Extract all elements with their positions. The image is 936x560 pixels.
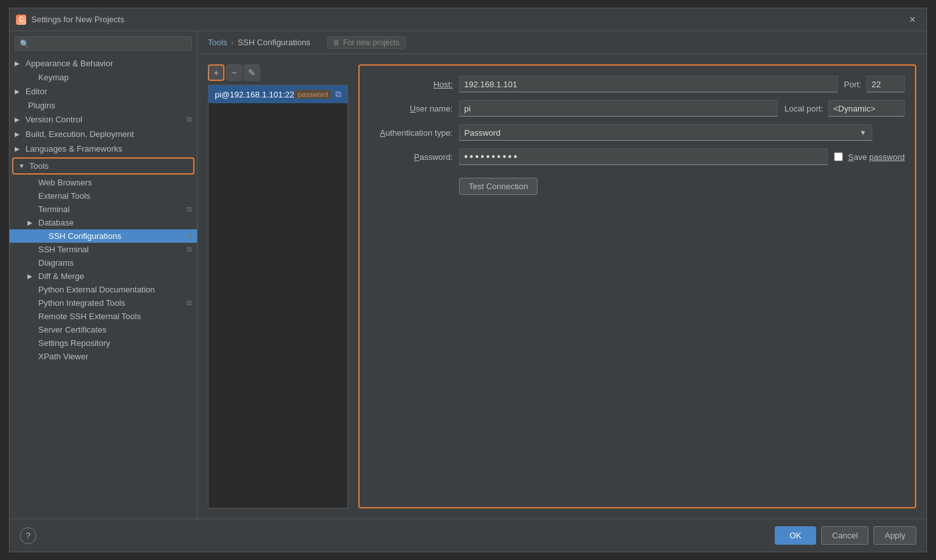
settings-dialog: C Settings for New Projects × 🔍 ▶ Appear… [9, 8, 927, 552]
auth-type-label: Authentication type: [370, 128, 453, 138]
sidebar-item-settings-repo[interactable]: Settings Repository [10, 336, 197, 350]
copy-icon: ⧉ [335, 89, 341, 99]
new-project-badge: 🗎 For new projects [327, 36, 406, 49]
sidebar-item-diff-merge[interactable]: ▶ Diff & Merge [10, 269, 197, 283]
sidebar-item-ssh-configurations[interactable]: SSH Configurations ⧉ [10, 229, 197, 243]
sidebar-item-build[interactable]: ▶ Build, Execution, Deployment [10, 127, 197, 141]
arrow-icon [27, 192, 35, 199]
sidebar-item-web-browsers[interactable]: Web Browsers [10, 176, 197, 189]
nav-tree: ▶ Appearance & Behavior Keymap ▶ Editor … [10, 56, 197, 519]
arrow-icon: ▼ [18, 162, 26, 169]
host-row: Host: Port: [370, 76, 905, 92]
host-input-wrap [459, 76, 838, 92]
password-label: Password: [370, 152, 453, 162]
sidebar-item-external-tools[interactable]: External Tools [10, 189, 197, 203]
sidebar-item-server-certs[interactable]: Server Certificates [10, 323, 197, 336]
sidebar-item-version-control[interactable]: ▶ Version Control ⧉ [10, 112, 197, 127]
arrow-icon [27, 179, 35, 186]
sidebar-item-plugins[interactable]: Plugins [10, 99, 197, 112]
copy-icon: ⧉ [187, 245, 192, 254]
sidebar-item-tools[interactable]: ▼ Tools [13, 159, 193, 173]
sidebar-item-database[interactable]: ▶ Database [10, 216, 197, 229]
ssh-list-item[interactable]: pi@192.168.1.101:22 password ⧉ [208, 85, 347, 103]
sidebar-item-appearance[interactable]: ▶ Appearance & Behavior [10, 56, 197, 71]
bottom-actions: OK Cancel Apply [775, 526, 916, 545]
sidebar-item-remote-ssh[interactable]: Remote SSH External Tools [10, 310, 197, 323]
cancel-button[interactable]: Cancel [821, 526, 868, 545]
arrow-icon: ▶ [15, 60, 22, 67]
local-port-group: Local port: [784, 100, 905, 117]
arrow-icon: ▶ [15, 88, 22, 95]
search-box[interactable]: 🔍 [15, 36, 192, 51]
sidebar: 🔍 ▶ Appearance & Behavior Keymap ▶ Edito… [10, 31, 198, 519]
username-row: User name: Local port: [370, 100, 905, 117]
remove-ssh-button[interactable]: − [226, 64, 242, 81]
arrow-icon [27, 299, 35, 306]
ok-button[interactable]: OK [775, 526, 816, 545]
sidebar-item-label: Version Control [26, 115, 82, 124]
password-input[interactable] [459, 148, 828, 165]
save-password-row: Save password [834, 152, 905, 162]
copy-icon: ⧉ [187, 299, 192, 307]
host-label: Host: [370, 80, 453, 89]
add-ssh-button[interactable]: + [208, 64, 224, 81]
sidebar-item-label: Plugins [28, 101, 55, 110]
help-button[interactable]: ? [20, 528, 36, 544]
ssh-item-name: pi@192.168.1.101:22 [215, 90, 295, 99]
arrow-icon [27, 353, 35, 360]
sidebar-item-editor[interactable]: ▶ Editor [10, 84, 197, 99]
bottom-bar: ? OK Cancel Apply [10, 519, 926, 552]
arrow-icon [38, 233, 45, 240]
port-group: Port: [844, 76, 905, 92]
sidebar-item-label: SSH Configurations [48, 231, 121, 241]
save-password-checkbox[interactable] [834, 152, 843, 161]
badge-text: For new projects [343, 38, 400, 47]
password-input-wrap [459, 148, 828, 165]
sidebar-item-xpath-viewer[interactable]: XPath Viewer [10, 350, 197, 363]
sidebar-item-python-ext-doc[interactable]: Python External Documentation [10, 283, 197, 296]
sidebar-item-diagrams[interactable]: Diagrams [10, 256, 197, 269]
password-input-row: Save password [459, 148, 905, 165]
ssh-details-form: Host: Port: [358, 64, 916, 508]
test-connection-button[interactable]: Test Connection [459, 178, 537, 195]
search-input[interactable] [33, 39, 187, 48]
breadcrumb-parent[interactable]: Tools [208, 38, 227, 47]
dialog-title: Settings for New Projects [31, 15, 905, 24]
main-content: 🔍 ▶ Appearance & Behavior Keymap ▶ Edito… [10, 31, 926, 519]
arrow-icon [27, 259, 35, 266]
username-input[interactable] [459, 100, 778, 117]
local-port-label: Local port: [784, 104, 823, 113]
save-password-label: Save password [848, 152, 905, 162]
tools-section: ▼ Tools [12, 157, 194, 175]
auth-select-wrap: Password ▼ [459, 124, 867, 141]
sidebar-item-label: Python External Documentation [38, 285, 155, 294]
sidebar-item-label: Terminal [38, 205, 69, 214]
sidebar-item-label: Diagrams [38, 258, 74, 268]
auth-type-select[interactable]: Password [459, 124, 872, 141]
local-port-input[interactable] [828, 100, 905, 117]
arrow-icon [17, 102, 25, 109]
copy-icon: ⧉ [187, 232, 192, 240]
arrow-icon [27, 286, 35, 293]
host-input[interactable] [459, 76, 838, 92]
close-button[interactable]: × [905, 12, 920, 27]
arrow-icon: ▶ [27, 273, 35, 280]
sidebar-item-languages[interactable]: ▶ Languages & Frameworks [10, 141, 197, 156]
username-input-wrap [459, 100, 778, 117]
sidebar-item-label: Python Integrated Tools [38, 298, 125, 308]
sidebar-item-label: XPath Viewer [38, 352, 89, 361]
sidebar-item-label: Appearance & Behavior [26, 59, 113, 68]
sidebar-item-keymap[interactable]: Keymap [10, 71, 197, 84]
sidebar-item-label: Database [38, 218, 74, 227]
apply-button[interactable]: Apply [874, 526, 916, 545]
arrow-icon [27, 206, 35, 213]
sidebar-item-ssh-terminal[interactable]: SSH Terminal ⧉ [10, 243, 197, 256]
arrow-icon [27, 313, 35, 320]
sidebar-item-python-integrated[interactable]: Python Integrated Tools ⧉ [10, 296, 197, 310]
sidebar-item-terminal[interactable]: Terminal ⧉ [10, 203, 197, 216]
port-input[interactable] [867, 76, 905, 92]
arrow-icon: ▶ [27, 219, 35, 226]
sidebar-item-label: Remote SSH External Tools [38, 312, 141, 321]
edit-ssh-button[interactable]: ✎ [244, 64, 260, 81]
sidebar-item-label: Server Certificates [38, 325, 106, 334]
